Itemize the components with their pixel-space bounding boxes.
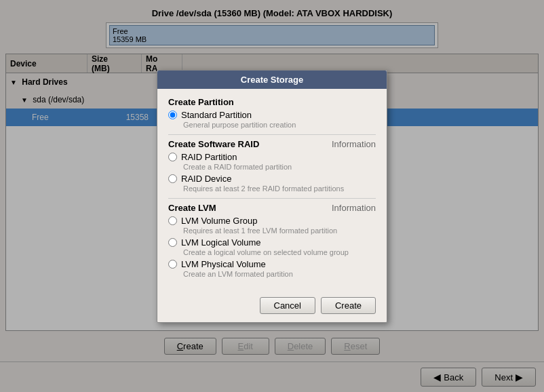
raid-device-option[interactable]: RAID Device	[168, 174, 376, 184]
section-lvm-label: Create LVM	[168, 203, 216, 213]
lvm-vg-desc: Requires at least 1 free LVM formated pa…	[183, 227, 376, 235]
raid-device-desc: Requires at least 2 free RAID formated p…	[183, 184, 376, 193]
lvm-lv-radio[interactable]	[168, 238, 177, 247]
create-storage-modal: Create Storage Create Partition Standard…	[157, 70, 387, 323]
section-partition-label: Create Partition	[168, 97, 234, 107]
modal-footer: Cancel Create	[157, 292, 387, 322]
lvm-vg-label: LVM Volume Group	[181, 216, 257, 226]
lvm-options: LVM Volume Group Requires at least 1 fre…	[168, 216, 376, 278]
lvm-pv-desc: Create an LVM formated partition	[183, 270, 376, 278]
raid-device-radio[interactable]	[168, 174, 177, 183]
modal-create-button[interactable]: Create	[321, 297, 376, 314]
divider-1	[168, 134, 376, 135]
lvm-lv-desc: Create a logical volume on selected volu…	[183, 248, 376, 256]
raid-partition-label: RAID Partition	[181, 152, 237, 162]
section-raid: Create Software RAID Information	[168, 139, 376, 149]
lvm-pv-radio[interactable]	[168, 260, 177, 269]
lvm-lv-option[interactable]: LVM Logical Volume	[168, 237, 376, 248]
modal-overlay: Create Storage Create Partition Standard…	[0, 0, 544, 392]
raid-partition-radio[interactable]	[168, 153, 177, 161]
modal-title: Create Storage	[157, 71, 387, 89]
raid-info-link[interactable]: Information	[332, 139, 376, 149]
standard-partition-option[interactable]: Standard Partition	[168, 110, 376, 120]
lvm-lv-label: LVM Logical Volume	[181, 237, 261, 248]
raid-device-label: RAID Device	[181, 174, 231, 184]
standard-partition-radio[interactable]	[168, 111, 177, 119]
lvm-vg-option[interactable]: LVM Volume Group	[168, 216, 376, 226]
lvm-vg-radio[interactable]	[168, 216, 177, 225]
lvm-pv-label: LVM Physical Volume	[181, 259, 266, 269]
modal-body: Create Partition Standard Partition Gene…	[157, 89, 387, 292]
section-create-partition: Create Partition	[168, 97, 376, 107]
lvm-info-link[interactable]: Information	[332, 203, 376, 213]
standard-partition-label: Standard Partition	[181, 110, 252, 120]
raid-partition-option[interactable]: RAID Partition	[168, 152, 376, 162]
raid-partition-desc: Create a RAID formated partition	[183, 163, 376, 171]
modal-cancel-button[interactable]: Cancel	[260, 297, 315, 314]
standard-partition-desc: General purpose partition creation	[183, 121, 376, 129]
raid-options: RAID Partition Create a RAID formated pa…	[168, 152, 376, 193]
section-raid-label: Create Software RAID	[168, 139, 259, 149]
section-lvm: Create LVM Information	[168, 203, 376, 213]
partition-options: Standard Partition General purpose parti…	[168, 110, 376, 129]
lvm-pv-option[interactable]: LVM Physical Volume	[168, 259, 376, 269]
divider-2	[168, 198, 376, 199]
